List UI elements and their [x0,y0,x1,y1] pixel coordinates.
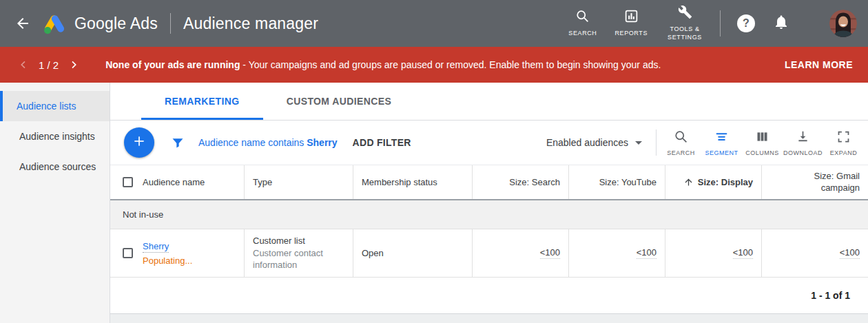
page-bottom-strip [110,313,868,323]
content-area: REMARKETING CUSTOM AUDIENCES Audience na… [110,83,868,323]
column-header-label: Type [253,177,272,187]
banner-message-rest: - Your campaigns and ad groups are pause… [242,59,661,70]
columns-button-label: COLUMNS [745,149,779,156]
topnav-search-button[interactable]: SEARCH [568,9,597,38]
column-header-size-youtube[interactable]: Size: YouTube [569,165,665,199]
active-filter-chip[interactable]: Audience name contains Sherry [198,137,338,148]
size-search-value[interactable]: <100 [540,247,560,259]
size-display-value[interactable]: <100 [733,247,753,259]
column-header-label: Size: Display [698,177,753,187]
sidebar-item-label: Audience lists [17,101,76,112]
help-icon[interactable]: ? [737,14,755,32]
page-title: Audience manager [183,14,318,33]
column-header-label: Membership status [362,177,437,187]
expand-icon [836,129,851,147]
reports-icon [624,9,639,26]
add-filter-button[interactable]: ADD FILTER [353,137,411,148]
search-icon [674,129,688,147]
tab-label: CUSTOM AUDIENCES [287,96,392,107]
topbar-divider [720,10,721,37]
column-header-audience-name[interactable]: Audience name [110,165,245,199]
group-row-label: Not in-use [123,209,163,220]
notifications-bell-icon[interactable] [773,14,789,33]
chevron-down-icon [635,141,642,145]
cell-size-gmail: <100 [762,229,868,277]
select-all-checkbox[interactable] [123,177,133,187]
type-value: Customer list [253,235,344,247]
wrench-icon [678,5,692,22]
cell-type: Customer list Customer contact informati… [245,229,353,277]
download-icon [796,129,810,147]
filter-chip-value: Sherry [307,137,337,148]
download-button-label: DOWNLOAD [783,149,823,156]
banner-message-bold: None of your ads are running [105,59,240,70]
columns-button[interactable]: COLUMNS [742,129,783,156]
cell-size-display: <100 [665,229,762,277]
topnav-tools-settings-button[interactable]: TOOLS & SETTINGS [665,5,704,41]
segment-button[interactable]: SEGMENT [701,129,742,156]
topbar-divider [170,13,171,34]
plus-icon [132,134,146,151]
column-header-size-display[interactable]: Size: Display [665,165,762,199]
column-header-label: Audience name [143,177,205,187]
tab-custom-audiences[interactable]: CUSTOM AUDIENCES [263,83,415,120]
size-gmail-value[interactable]: <100 [840,247,860,259]
product-name: Google Ads [74,14,158,33]
column-header-label: Size: YouTube [599,177,657,187]
download-button[interactable]: DOWNLOAD [783,129,823,156]
sidebar-item-audience-sources[interactable]: Audience sources [0,152,110,182]
learn-more-link[interactable]: LEARN MORE [785,59,853,70]
table-toolbar: Audience name contains Sherry ADD FILTER… [110,121,868,165]
sort-ascending-icon [683,177,694,187]
segment-icon [714,129,729,147]
banner-previous-icon[interactable] [17,58,30,72]
table-header-row: Audience name Type Membership status Siz… [110,165,868,200]
expand-button-label: EXPAND [830,149,857,156]
google-ads-logo-icon[interactable] [43,13,66,34]
banner-message: None of your ads are running - Your camp… [105,59,661,70]
search-button-label: SEARCH [667,149,695,156]
cell-size-youtube: <100 [569,229,665,277]
columns-icon [755,129,769,147]
topnav-reports-button[interactable]: REPORTS [614,9,648,38]
table-group-row-not-in-use: Not in-use [110,200,868,229]
tab-remarketing[interactable]: REMARKETING [141,83,263,120]
audience-name-link[interactable]: Sherry [143,241,169,253]
row-checkbox[interactable] [123,248,133,258]
add-audience-button[interactable] [124,127,154,158]
search-table-button[interactable]: SEARCH [661,129,701,156]
filter-funnel-icon[interactable] [171,136,185,149]
sidebar-item-label: Audience insights [19,131,95,142]
back-arrow-icon[interactable] [12,13,33,34]
topnav-tools-settings-label: TOOLS & SETTINGS [665,25,704,41]
column-header-type[interactable]: Type [245,165,353,199]
table-row: Sherry Populating... Customer list Custo… [110,229,868,278]
type-description: Customer contact information [253,247,344,271]
column-header-size-search[interactable]: Size: Search [473,165,569,199]
user-avatar[interactable] [829,10,857,37]
table-footer: 1 - 1 of 1 [110,278,868,313]
tab-label: REMARKETING [165,96,240,107]
filter-chip-label: Audience name contains [198,137,304,148]
topnav-reports-label: REPORTS [614,30,648,38]
expand-button[interactable]: EXPAND [823,129,864,156]
sidebar-item-audience-insights[interactable]: Audience insights [0,121,110,152]
cell-membership-status: Open [353,229,473,277]
segment-button-label: SEGMENT [705,149,738,156]
column-header-size-gmail[interactable]: Size: Gmail campaign [762,165,868,199]
membership-status-value: Open [362,248,384,258]
sidebar-item-audience-lists[interactable]: Audience lists [0,91,110,121]
banner-next-icon[interactable] [67,58,81,72]
topnav-search-label: SEARCH [568,30,597,38]
column-header-label: Size: Search [509,177,560,187]
banner-pager: 1 / 2 [39,59,59,71]
toolbar-divider [656,129,657,156]
audience-status-dropdown-value: Enabled audiences [546,137,628,148]
size-youtube-value[interactable]: <100 [637,247,657,259]
column-header-membership-status[interactable]: Membership status [353,165,473,199]
pagination-text: 1 - 1 of 1 [811,290,850,301]
ads-paused-banner: 1 / 2 None of your ads are running - You… [0,47,868,83]
left-sidebar: Audience lists Audience insights Audienc… [0,83,110,323]
audience-status-dropdown[interactable]: Enabled audiences [546,137,642,148]
populating-status: Populating... [143,256,192,266]
